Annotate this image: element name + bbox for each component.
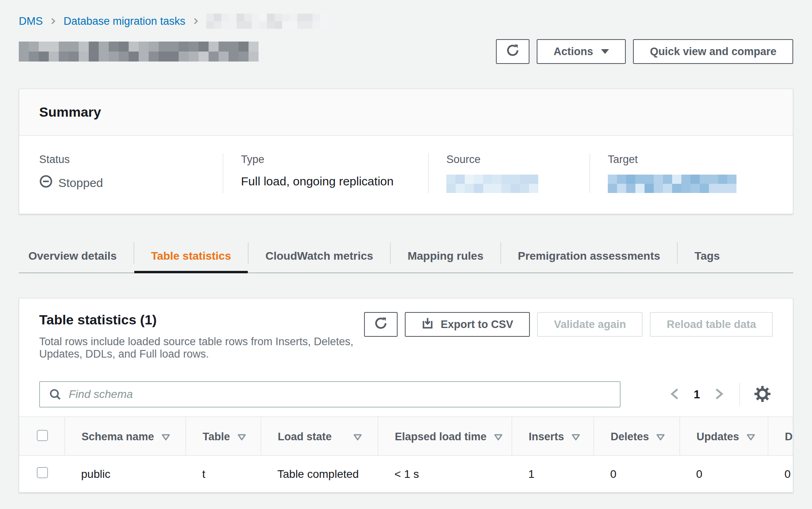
toolbar-divider — [739, 383, 740, 406]
redacted-task-name-breadcrumb — [206, 14, 328, 29]
download-icon — [422, 317, 434, 332]
cell-updates: 0 — [680, 455, 768, 492]
tab-overview-details[interactable]: Overview details — [19, 240, 133, 272]
search-icon — [49, 388, 62, 404]
tab-mapping-rules[interactable]: Mapping rules — [391, 240, 500, 272]
previous-page-button[interactable] — [667, 385, 683, 404]
actions-button[interactable]: Actions — [537, 39, 626, 64]
table-header-row: Schema name Table Load state Elapsed loa… — [19, 417, 793, 455]
summary-field-source: Source — [428, 153, 589, 193]
tab-table-statistics[interactable]: Table statistics — [134, 240, 248, 272]
table-statistics-table: Schema name Table Load state Elapsed loa… — [19, 416, 793, 492]
table-statistics-panel: Table statistics (1) Total rows include … — [19, 298, 793, 493]
column-header-ddls[interactable]: DDLs — [768, 417, 793, 455]
validate-label: Validate again — [554, 318, 626, 331]
find-schema-input[interactable] — [39, 381, 621, 408]
source-label: Source — [446, 153, 577, 166]
cell-schema-name: public — [65, 455, 186, 492]
cell-inserts: 1 — [512, 455, 594, 492]
summary-panel: Summary Status Stopped Type Full load, — [19, 89, 793, 214]
current-page-number: 1 — [694, 388, 700, 401]
cell-deletes: 0 — [594, 455, 680, 492]
sort-icon — [494, 434, 503, 441]
row-checkbox[interactable] — [37, 467, 48, 478]
column-label: Table — [203, 431, 230, 443]
column-header-inserts[interactable]: Inserts — [512, 417, 594, 455]
select-all-checkbox[interactable] — [37, 430, 48, 441]
reload-label: Reload table data — [667, 318, 756, 331]
tab-label: Mapping rules — [408, 250, 484, 262]
target-label: Target — [608, 153, 761, 166]
tab-label: Premigration assessments — [518, 250, 660, 262]
column-header-elapsed-load-time[interactable]: Elapsed load time — [378, 417, 512, 455]
chevron-right-icon — [49, 17, 57, 25]
summary-field-target: Target — [589, 153, 773, 193]
tab-cloudwatch-metrics[interactable]: CloudWatch metrics — [249, 240, 390, 272]
column-header-load-state[interactable]: Load state — [261, 417, 378, 455]
summary-field-status: Status Stopped — [39, 153, 223, 193]
column-label: Inserts — [529, 431, 564, 443]
settings-gear-icon — [754, 386, 770, 403]
column-label: Deletes — [611, 431, 649, 443]
actions-button-label: Actions — [553, 46, 593, 58]
column-header-schema-name[interactable]: Schema name — [65, 417, 186, 455]
refresh-button[interactable] — [496, 39, 529, 64]
summary-field-type: Type Full load, ongoing replication — [223, 153, 428, 193]
column-header-updates[interactable]: Updates — [680, 417, 768, 455]
task-detail-tabs: Overview details Table statistics CloudW… — [19, 240, 793, 273]
chevron-right-icon — [713, 387, 725, 402]
breadcrumb-link-tasks[interactable]: Database migration tasks — [64, 15, 185, 28]
export-label: Export to CSV — [441, 318, 513, 331]
redacted-target-endpoint — [608, 175, 761, 193]
table-toolbar: 1 — [19, 381, 793, 408]
export-to-csv-button[interactable]: Export to CSV — [405, 312, 530, 337]
type-label: Type — [241, 153, 416, 166]
refresh-table-button[interactable] — [364, 312, 398, 337]
page-header: Actions Quick view and compare — [19, 39, 793, 64]
validate-again-button[interactable]: Validate again — [537, 312, 643, 337]
chevron-right-icon — [192, 17, 200, 25]
tab-label: Table statistics — [151, 250, 231, 262]
next-page-button[interactable] — [710, 385, 727, 404]
refresh-icon — [374, 316, 388, 333]
tab-label: Overview details — [28, 250, 117, 262]
tab-label: CloudWatch metrics — [265, 250, 373, 262]
tab-tags[interactable]: Tags — [678, 240, 736, 272]
sort-icon — [656, 434, 665, 441]
table-preferences-button[interactable] — [752, 384, 773, 406]
summary-title: Summary — [39, 104, 773, 120]
column-label: Elapsed load time — [395, 431, 487, 443]
cell-table: t — [186, 455, 261, 492]
breadcrumb: DMS Database migration tasks — [19, 14, 793, 29]
reload-table-data-button[interactable]: Reload table data — [650, 312, 773, 337]
status-value: Stopped — [39, 175, 211, 191]
select-all-cell — [19, 417, 65, 455]
sort-icon — [746, 434, 755, 441]
cell-load-state: Table completed — [261, 455, 378, 492]
table-statistics-title: Table statistics (1) — [39, 312, 364, 328]
table-statistics-actions: Export to CSV Validate again Reload tabl… — [364, 312, 773, 337]
schema-search — [39, 381, 621, 408]
quick-view-label: Quick view and compare — [650, 46, 776, 58]
redacted-source-endpoint — [446, 175, 577, 193]
table-statistics-description: Total rows include loaded source table r… — [39, 336, 364, 360]
column-header-table[interactable]: Table — [186, 417, 261, 455]
column-header-deletes[interactable]: Deletes — [594, 417, 680, 455]
type-value: Full load, ongoing replication — [241, 175, 416, 188]
row-select-cell — [19, 455, 65, 492]
table-row: public t Table completed < 1 s 1 0 0 0 — [19, 455, 793, 492]
tab-premigration-assessments[interactable]: Premigration assessments — [501, 240, 677, 272]
sort-icon — [571, 434, 580, 441]
refresh-icon — [506, 44, 519, 60]
status-label: Status — [39, 153, 211, 166]
quick-view-compare-button[interactable]: Quick view and compare — [633, 39, 793, 64]
summary-body: Status Stopped Type Full load, ongoing r… — [19, 136, 793, 214]
sort-icon — [353, 434, 362, 441]
cell-elapsed-load-time: < 1 s — [378, 455, 512, 492]
redacted-page-title — [19, 42, 259, 62]
tab-label: Tags — [695, 250, 720, 262]
header-actions: Actions Quick view and compare — [496, 39, 793, 64]
summary-panel-header: Summary — [19, 89, 793, 136]
breadcrumb-link-dms[interactable]: DMS — [19, 15, 43, 28]
status-stopped-icon — [39, 175, 53, 191]
